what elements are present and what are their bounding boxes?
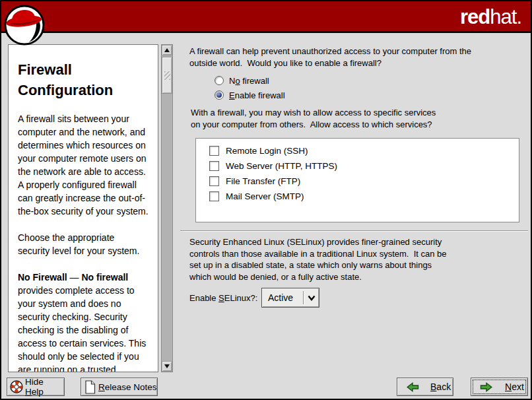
- checkbox-remote-login-ssh[interactable]: [209, 146, 219, 156]
- services-intro-text: With a firewall, you may wish to allow a…: [191, 107, 436, 131]
- help-text: Firewall Configuration A firewall sits b…: [9, 45, 158, 372]
- service-row-ssh: Remote Login (SSH): [209, 143, 519, 158]
- brand-regular: hat: [490, 5, 516, 28]
- service-row-http: Web Server (HTTP, HTTPS): [209, 158, 519, 174]
- header-banner: redhat.: [1, 1, 531, 33]
- checkbox-mail-server-smtp[interactable]: [209, 191, 219, 201]
- redhat-logotype: redhat.: [460, 4, 521, 30]
- service-row-ftp: File Transfer (FTP): [209, 174, 519, 189]
- radio-control-selected: [215, 90, 224, 100]
- scrollbar-thumb[interactable]: [162, 57, 172, 94]
- service-label: Mail Server (SMTP): [226, 191, 304, 201]
- brand-period: .: [516, 5, 521, 28]
- button-label: Release Notes: [98, 382, 157, 392]
- help-scrollbar[interactable]: [161, 44, 173, 372]
- button-label: Back: [430, 382, 451, 392]
- arrow-left-icon: [407, 382, 419, 393]
- help-paragraph-3: No Firewall — No firewall provides compl…: [18, 271, 152, 372]
- help-paragraph-1: A firewall sits between your computer an…: [18, 112, 152, 218]
- redhat-shadowman-logo-icon: [4, 3, 45, 50]
- back-button[interactable]: Back: [397, 378, 453, 396]
- radio-label: No firewall: [229, 76, 269, 86]
- scroll-down-button[interactable]: [162, 361, 172, 372]
- service-label: File Transfer (FTP): [226, 176, 300, 186]
- help-title: Firewall Configuration: [18, 59, 152, 100]
- release-notes-button[interactable]: Release Notes: [81, 378, 158, 396]
- help-paragraph-2: Choose the appropriate security level fo…: [18, 231, 152, 257]
- arrow-down-icon: [164, 364, 170, 368]
- radio-enable-firewall[interactable]: Enable firewall: [215, 89, 285, 101]
- scroll-up-button[interactable]: [162, 45, 172, 55]
- button-label: Hide Help: [25, 377, 64, 397]
- selinux-dropdown[interactable]: Active: [261, 288, 319, 308]
- horizontal-separator: [180, 230, 528, 232]
- service-label: Remote Login (SSH): [226, 146, 308, 156]
- radio-control: [215, 76, 224, 85]
- dropdown-value: Active: [262, 292, 303, 303]
- services-list: Remote Login (SSH) Web Server (HTTP, HTT…: [195, 138, 519, 222]
- hide-help-button[interactable]: Hide Help: [7, 378, 65, 396]
- document-icon: [84, 380, 96, 394]
- brand-bold: red: [460, 5, 490, 28]
- service-row-smtp: Mail Server (SMTP): [209, 189, 519, 204]
- installer-window: redhat. ® Firewall Configuration A firew…: [0, 0, 532, 400]
- selinux-description: Security Enhanced Linux (SELinux) provid…: [189, 236, 447, 283]
- selinux-dropdown-label: Enable SELinux?:: [189, 293, 257, 303]
- checkbox-file-transfer-ftp[interactable]: [209, 176, 219, 186]
- chevron-down-icon: [304, 295, 319, 301]
- arrow-up-icon: [164, 48, 170, 52]
- no-firewall-heading: No Firewall — No firewall: [18, 271, 152, 284]
- firewall-intro-text: A firewall can help prevent unauthorized…: [189, 46, 471, 69]
- radio-label: Enable firewall: [229, 90, 285, 100]
- checkbox-web-server-http[interactable]: [209, 161, 219, 171]
- registered-trademark: ®: [44, 24, 48, 30]
- button-label: Next: [505, 382, 524, 392]
- next-button[interactable]: Next: [471, 378, 528, 396]
- radio-no-firewall[interactable]: No firewall: [215, 75, 269, 86]
- help-panel: Firewall Configuration A firewall sits b…: [8, 44, 158, 372]
- service-label: Web Server (HTTP, HTTPS): [226, 161, 337, 171]
- lifebuoy-icon: [9, 380, 24, 394]
- arrow-right-icon: [480, 382, 492, 393]
